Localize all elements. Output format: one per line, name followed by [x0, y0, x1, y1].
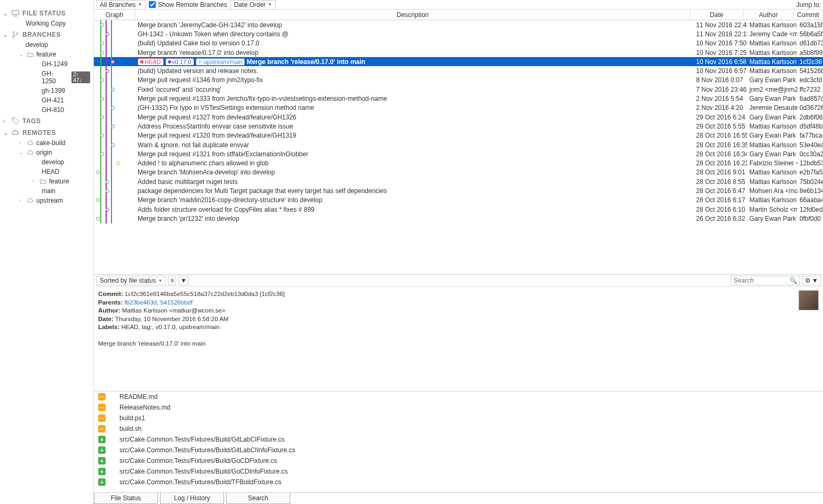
- chevron-right-icon: ›: [19, 140, 23, 146]
- commit-row[interactable]: (build) Updated version and release note…: [94, 66, 823, 75]
- file-row[interactable]: ⋯ReleaseNotes.md: [94, 402, 823, 413]
- commit-row[interactable]: Added basic multitarget nuget tests28 Oc…: [94, 177, 823, 186]
- search-icon: 🔍: [789, 277, 797, 284]
- commit-date: 28 Oct 2016 16:34: [694, 150, 747, 158]
- monitor-icon: [12, 10, 19, 17]
- sidebar: ⌄ FILE STATUS Working Copy ⌄ BRANCHES de…: [0, 0, 94, 504]
- bottom-tabs: File Status Log / History Search: [94, 492, 823, 504]
- commit-message: Merge branch 'release/0.17.0' into main: [98, 340, 794, 348]
- file-name: README.md: [119, 393, 157, 401]
- commit-row[interactable]: Merge branch 'pr/1232' into develop26 Oc…: [94, 214, 823, 223]
- settings-button[interactable]: ⚙ ▼: [802, 276, 821, 285]
- sidebar-working-copy[interactable]: Working Copy: [0, 19, 93, 28]
- commit-author: Mattias Karlsson <: [747, 39, 797, 47]
- col-date[interactable]: Date: [690, 10, 744, 20]
- view-mode-caret[interactable]: ▼: [178, 276, 189, 285]
- col-author[interactable]: Author: [744, 10, 794, 20]
- section-label: TAGS: [22, 117, 41, 125]
- show-remote-checkbox[interactable]: Show Remote Branches: [149, 1, 227, 9]
- commit-row[interactable]: Warn & ignore, not fail duplicate envvar…: [94, 140, 823, 149]
- commit-row[interactable]: Merge branch 'MohsenAra-develop' into de…: [94, 168, 823, 177]
- branch-gh-810[interactable]: GH-810: [0, 105, 93, 115]
- branch-feature[interactable]: ⌄ feature: [0, 50, 93, 59]
- commit-row[interactable]: Fixed 'occured' and 'occuring'7 Nov 2016…: [94, 85, 823, 94]
- commit-row[interactable]: Merge pull request #1321 from stffabi/Ex…: [94, 149, 823, 158]
- tab-file-status[interactable]: File Status: [94, 493, 158, 504]
- remote-origin-main[interactable]: main: [0, 186, 93, 196]
- section-tags[interactable]: › TAGS: [0, 116, 93, 126]
- commit-row[interactable]: Merge branch 'maddin2016-copy-directory-…: [94, 196, 823, 205]
- date-order-dropdown[interactable]: Date Order▼: [230, 0, 276, 10]
- col-description[interactable]: Description: [135, 10, 690, 20]
- view-mode-button[interactable]: ≡: [168, 276, 176, 285]
- branch-gh-1249[interactable]: GH-1249: [0, 59, 93, 69]
- commit-description: Merge branch 'JeremyCade-GH-1342' into d…: [135, 21, 694, 29]
- commit-row[interactable]: Merge pull request #1320 from devlead/fe…: [94, 131, 823, 140]
- commit-row[interactable]: Adds folder structure overload for CopyF…: [94, 205, 823, 214]
- file-row[interactable]: ⋯README.md: [94, 391, 823, 402]
- branch-gh-421[interactable]: GH-421: [0, 95, 93, 105]
- section-remotes[interactable]: ⌄ REMOTES: [0, 127, 93, 138]
- search-box[interactable]: 🔍: [731, 276, 800, 285]
- remote-origin-feature[interactable]: › feature: [0, 177, 93, 186]
- commit-author: Gary Ewan Park <g: [747, 150, 797, 158]
- branches-filter-dropdown[interactable]: All Branches▼: [96, 0, 146, 10]
- commit-author: Mattias Karlsson <: [747, 67, 797, 75]
- search-input[interactable]: [733, 277, 789, 284]
- file-row[interactable]: ⋯build.ps1: [94, 413, 823, 423]
- commit-author: Gary Ewan Park <g: [747, 95, 797, 102]
- remote-origin-head[interactable]: HEAD: [0, 167, 93, 177]
- commit-row[interactable]: GH-1342 - Unkown Token when directory co…: [94, 29, 823, 38]
- commit-date: 10 Nov 2016 7:50: [694, 39, 747, 47]
- section-branches[interactable]: ⌄ BRANCHES: [0, 29, 93, 40]
- commit-date: 28 Oct 2016 8:55: [694, 178, 747, 186]
- file-row[interactable]: +src/Cake.Common.Tests/Fixtures/Build/Go…: [94, 466, 823, 477]
- commit-date: 28 Oct 2016 6:10: [694, 206, 747, 213]
- commit-row[interactable]: Address ProcessStartInfo envvar case sen…: [94, 122, 823, 131]
- commit-row[interactable]: Merge pull request #1346 from jnm2/typo-…: [94, 76, 823, 85]
- commit-date: 2 Nov 2016 5:54: [694, 95, 747, 102]
- file-row[interactable]: +src/Cake.Common.Tests/Fixtures/Build/Gi…: [94, 445, 823, 455]
- commit-list[interactable]: Merge branch 'JeremyCade-GH-1342' into d…: [94, 20, 823, 274]
- folder-icon: [27, 51, 34, 58]
- tab-log-history[interactable]: Log / History: [160, 493, 224, 504]
- commit-hash: 75b024e: [797, 178, 823, 186]
- sort-dropdown[interactable]: Sorted by file status▼: [96, 276, 166, 285]
- commit-author: Mattias Karlsson <: [747, 141, 797, 149]
- file-list[interactable]: ⋯README.md⋯ReleaseNotes.md⋯build.ps1⋯bui…: [94, 391, 823, 492]
- show-remote-input[interactable]: [149, 1, 156, 8]
- commit-row[interactable]: Merge branch 'release/0.17.0' into devel…: [94, 48, 823, 57]
- parent-link[interactable]: 541526bbdf: [160, 299, 193, 306]
- commit-description: Warn & ignore, not fail duplicate envvar: [135, 141, 694, 149]
- commit-row[interactable]: (build) Updated Cake tool to version 0.1…: [94, 39, 823, 48]
- commit-row[interactable]: (GH-1332) Fix typo in VSTestSettings ext…: [94, 103, 823, 113]
- col-graph[interactable]: Graph: [94, 10, 135, 20]
- file-row[interactable]: +src/Cake.Common.Tests/Fixtures/Build/Go…: [94, 455, 823, 466]
- commit-row[interactable]: HEADv0.17.0upstream/mainMerge branch 're…: [94, 57, 823, 66]
- remote-upstream[interactable]: › upstream: [0, 196, 93, 205]
- commit-row[interactable]: package dependencies for Multi Target pa…: [94, 186, 823, 195]
- tab-search[interactable]: Search: [226, 493, 290, 504]
- file-row[interactable]: +src/Cake.Common.Tests/Fixtures/Build/TF…: [94, 477, 823, 487]
- commit-author: Jeremy Cade <me@: [747, 30, 797, 38]
- remote-origin[interactable]: ⌄ origin: [0, 148, 93, 157]
- branch-develop[interactable]: develop: [0, 40, 93, 50]
- commit-row[interactable]: Merge pull request #1333 from Jericho/fi…: [94, 94, 823, 103]
- file-row[interactable]: ⋯build.sh: [94, 423, 823, 434]
- branch-gh-1250[interactable]: GH-12502↑ 47↓: [0, 69, 93, 86]
- commit-row[interactable]: Merge pull request #1327 from devlead/fe…: [94, 113, 823, 122]
- file-name: ReleaseNotes.md: [119, 404, 170, 411]
- commit-date: 11 Nov 2016 22:15: [694, 30, 747, 38]
- commit-date: 10 Nov 2016 7:25: [694, 49, 747, 57]
- commit-row[interactable]: Added ! to alphanumeric chars allowed in…: [94, 158, 823, 167]
- remote-origin-develop[interactable]: develop: [0, 157, 93, 167]
- commit-row[interactable]: Merge branch 'JeremyCade-GH-1342' into d…: [94, 20, 823, 29]
- section-file-status[interactable]: ⌄ FILE STATUS: [0, 8, 93, 19]
- graph-cell: [94, 85, 135, 94]
- parent-link[interactable]: fb23be463d: [124, 299, 157, 306]
- commit-description: Added basic multitarget nuget tests: [135, 178, 694, 186]
- remote-cake-build[interactable]: › cake-build: [0, 138, 93, 148]
- col-commit[interactable]: Commit: [794, 10, 823, 20]
- branch-gh-1399[interactable]: gh-1399: [0, 86, 93, 95]
- file-row[interactable]: +src/Cake.Common.Tests/Fixtures/Build/Gi…: [94, 434, 823, 445]
